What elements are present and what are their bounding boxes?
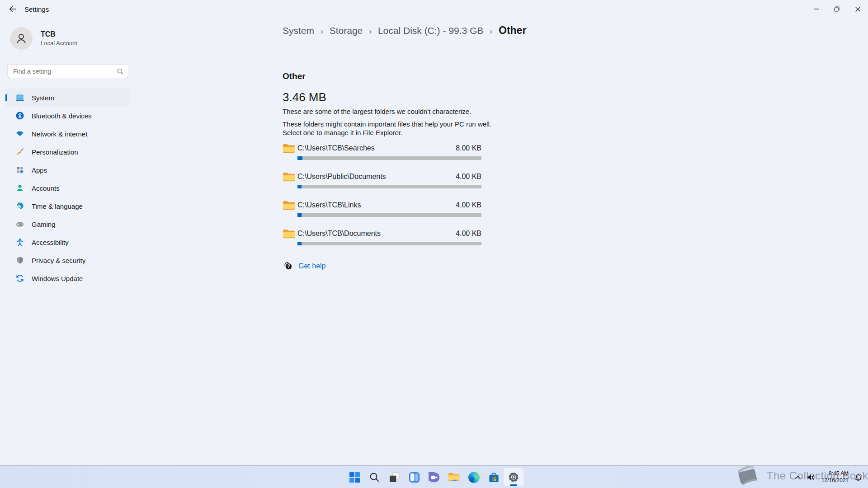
- sidebar-item-accounts[interactable]: Accounts: [5, 179, 130, 197]
- restore-button[interactable]: [826, 0, 847, 18]
- sidebar-item-label: System: [32, 94, 54, 102]
- sidebar-item-network[interactable]: Network & internet: [5, 125, 130, 143]
- file-explorer-button[interactable]: [444, 468, 464, 486]
- start-button[interactable]: [344, 468, 364, 486]
- store-button[interactable]: [484, 468, 504, 486]
- main-content: System › Storage › Local Disk (C:) - 99.…: [283, 18, 868, 465]
- folder-icon: [283, 143, 297, 154]
- note-line-2: Select one to manage it in File Explorer…: [283, 128, 491, 137]
- chevron-right-icon: ›: [321, 27, 323, 36]
- chat-button[interactable]: [424, 468, 444, 486]
- tray-time: 9:45 AM: [821, 470, 849, 477]
- accessibility-icon: [15, 238, 24, 247]
- sidebar-item-personalization[interactable]: Personalization: [5, 143, 130, 161]
- sidebar-item-label: Time & language: [32, 202, 83, 210]
- windows-update-icon: [15, 274, 24, 283]
- chat-icon: [429, 472, 440, 483]
- widgets-icon: [409, 472, 420, 483]
- windows-start-icon: [349, 472, 360, 483]
- taskbar-search-button[interactable]: [364, 468, 384, 486]
- sidebar: TCB Local Account System Bluetooth & dev…: [0, 18, 136, 465]
- accounts-icon: [15, 183, 24, 192]
- page-title: Other: [283, 71, 306, 81]
- search-input[interactable]: [8, 68, 117, 75]
- note-text: These folders might contain important fi…: [283, 120, 491, 137]
- file-explorer-icon: [448, 472, 460, 482]
- avatar: [10, 27, 33, 50]
- sidebar-item-system[interactable]: System: [5, 89, 130, 107]
- folder-usage-fill: [297, 156, 302, 160]
- folder-usage-bar: [297, 242, 481, 245]
- folder-list: C:\Users\TCB\Searches 8.00 KB C:\Users\P…: [283, 140, 481, 254]
- close-icon: [855, 7, 860, 12]
- folder-usage-bar: [297, 213, 481, 217]
- edge-icon: [468, 472, 480, 483]
- close-button[interactable]: [847, 0, 868, 18]
- search-icon: [117, 68, 128, 75]
- breadcrumb: System › Storage › Local Disk (C:) - 99.…: [283, 24, 526, 37]
- folder-row-links[interactable]: C:\Users\TCB\Links 4.00 KB: [283, 197, 481, 225]
- hidden-icons-button[interactable]: [792, 468, 804, 486]
- settings-button[interactable]: [504, 468, 524, 486]
- book-icon: [735, 465, 760, 487]
- task-view-button[interactable]: [384, 468, 404, 486]
- folder-size: 8.00 KB: [456, 144, 481, 152]
- sidebar-item-label: Apps: [32, 166, 47, 174]
- total-size-value: 3.46 MB: [283, 90, 326, 104]
- folder-size: 4.00 KB: [456, 173, 481, 181]
- chevron-right-icon: ›: [369, 27, 372, 36]
- window-title: Settings: [24, 5, 49, 13]
- get-help-icon: ?: [283, 261, 293, 271]
- edge-button[interactable]: [464, 468, 484, 486]
- gaming-icon: [15, 220, 24, 229]
- sidebar-item-gaming[interactable]: Gaming: [5, 215, 130, 233]
- sidebar-item-label: Privacy & security: [32, 257, 85, 264]
- breadcrumb-storage[interactable]: Storage: [330, 25, 363, 36]
- taskbar: The Collection Book: [0, 465, 868, 488]
- back-button[interactable]: [4, 2, 22, 16]
- folder-size: 4.00 KB: [456, 230, 481, 238]
- folder-icon: [283, 200, 297, 211]
- search-icon: [369, 472, 380, 483]
- folder-path: C:\Users\TCB\Documents: [297, 230, 456, 238]
- minimize-icon: [814, 9, 819, 9]
- sidebar-item-label: Accounts: [32, 184, 60, 192]
- clock[interactable]: 9:45 AM 12/16/2021: [819, 470, 851, 484]
- folder-usage-fill: [297, 242, 302, 245]
- sidebar-item-windows-update[interactable]: Windows Update: [5, 269, 130, 287]
- sidebar-item-label: Bluetooth & devices: [32, 112, 92, 120]
- volume-button[interactable]: [804, 468, 819, 486]
- folder-row-public-documents[interactable]: C:\Users\Public\Documents 4.00 KB: [283, 169, 481, 197]
- sidebar-item-privacy[interactable]: Privacy & security: [5, 251, 130, 269]
- folder-row-documents[interactable]: C:\Users\TCB\Documents 4.00 KB: [283, 225, 481, 254]
- folder-size: 4.00 KB: [456, 201, 481, 209]
- notifications-button[interactable]: [851, 468, 865, 486]
- sidebar-item-label: Windows Update: [32, 275, 83, 282]
- folder-icon: [283, 229, 297, 239]
- minimize-button[interactable]: [806, 0, 826, 18]
- breadcrumb-local-disk[interactable]: Local Disk (C:) - 99.3 GB: [378, 25, 483, 36]
- account-type: Local Account: [41, 40, 77, 47]
- network-icon: [15, 129, 24, 138]
- sidebar-item-time-language[interactable]: Time & language: [5, 197, 130, 215]
- system-tray: 9:45 AM 12/16/2021: [792, 466, 865, 488]
- breadcrumb-system[interactable]: System: [283, 25, 314, 36]
- widgets-button[interactable]: [404, 468, 424, 486]
- sidebar-item-label: Gaming: [32, 221, 56, 228]
- folder-row-searches[interactable]: C:\Users\TCB\Searches 8.00 KB: [283, 140, 481, 169]
- sidebar-item-label: Accessibility: [32, 239, 69, 246]
- gear-icon: [508, 471, 519, 483]
- sidebar-item-label: Network & internet: [32, 130, 87, 138]
- time-language-icon: [15, 202, 24, 211]
- sidebar-item-apps[interactable]: Apps: [5, 161, 130, 179]
- task-view-icon: [389, 472, 400, 483]
- taskbar-icons: [344, 466, 524, 488]
- sidebar-item-accessibility[interactable]: Accessibility: [5, 233, 130, 251]
- folder-usage-fill: [297, 185, 302, 188]
- search-box[interactable]: [7, 64, 128, 78]
- volume-icon: [807, 474, 816, 481]
- sidebar-item-bluetooth[interactable]: Bluetooth & devices: [5, 107, 130, 125]
- bluetooth-icon: [15, 111, 24, 120]
- get-help-link[interactable]: ? Get help: [283, 261, 326, 271]
- sidebar-item-label: Personalization: [32, 148, 78, 156]
